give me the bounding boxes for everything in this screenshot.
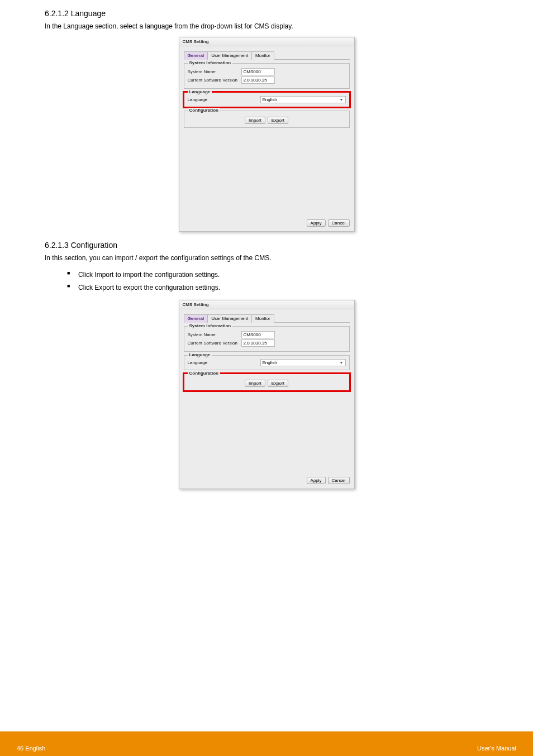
text-configuration: In this section, you can import / export… [45, 253, 488, 263]
window-title: CMS Setting [179, 300, 354, 309]
cms-window: CMS Setting General User Management Moni… [179, 300, 355, 489]
cancel-button[interactable]: Cancel [328, 477, 350, 484]
screenshot-configuration: CMS Setting General User Management Moni… [45, 300, 488, 489]
apply-button[interactable]: Apply [307, 477, 326, 484]
group-configuration: Configuration Import Export [184, 111, 350, 128]
bullet-export: Click Export to export the configuration… [67, 281, 488, 294]
heading-configuration: 6.2.1.3 Configuration [45, 241, 488, 250]
tabs: General User Management Monitor [184, 314, 350, 323]
select-language-value: English [263, 97, 277, 102]
tab-user-management[interactable]: User Management [207, 51, 252, 60]
page-footer: 46 English User's Manual [0, 731, 533, 756]
chevron-down-icon: ▼ [340, 98, 344, 102]
field-software-version: 2.0.1030.35 [241, 339, 275, 347]
group-system-information: System Information System Name CMS000 Cu… [184, 63, 350, 89]
field-system-name[interactable]: CMS000 [241, 68, 275, 75]
field-software-version: 2.0.1030.35 [241, 76, 275, 84]
tab-monitor[interactable]: Monitor [251, 51, 274, 60]
heading-language: 6.2.1.2 Language [45, 9, 488, 18]
window-title: CMS Setting [179, 37, 354, 46]
import-button[interactable]: Import [245, 380, 265, 387]
label-software-version: Current Software Version [188, 341, 241, 346]
tab-monitor[interactable]: Monitor [251, 314, 274, 323]
legend-system-information: System Information [188, 60, 233, 65]
screenshot-language: CMS Setting General User Management Moni… [45, 37, 488, 232]
tab-general[interactable]: General [184, 314, 208, 323]
import-button[interactable]: Import [245, 117, 265, 124]
tab-general[interactable]: General [184, 51, 208, 60]
group-system-information: System Information System Name CMS000 Cu… [184, 326, 350, 352]
dialog-footer: Apply Cancel [184, 475, 350, 484]
label-system-name: System Name [188, 69, 241, 74]
group-configuration-highlighted: Configuration Import Export [184, 374, 350, 391]
legend-language: Language [188, 89, 212, 94]
select-language-value: English [263, 360, 277, 365]
legend-system-information: System Information [188, 323, 233, 328]
export-button[interactable]: Export [268, 117, 288, 124]
legend-language: Language [188, 352, 212, 357]
cancel-button[interactable]: Cancel [328, 219, 350, 227]
tab-user-management[interactable]: User Management [207, 314, 252, 323]
group-language: Language Language English ▼ [184, 355, 350, 370]
label-system-name: System Name [188, 332, 241, 337]
chevron-down-icon: ▼ [340, 361, 344, 365]
select-language[interactable]: English ▼ [260, 359, 346, 366]
config-bullets: Click Import to import the configuration… [67, 269, 488, 294]
cms-window: CMS Setting General User Management Moni… [179, 37, 355, 232]
dialog-footer: Apply Cancel [184, 217, 350, 227]
export-button[interactable]: Export [268, 380, 288, 387]
label-language: Language [188, 97, 260, 102]
apply-button[interactable]: Apply [307, 219, 326, 227]
legend-configuration: Configuration [188, 108, 220, 113]
group-language-highlighted: Language Language English ▼ [184, 92, 350, 107]
legend-configuration: Configuration [188, 371, 220, 376]
select-language[interactable]: English ▼ [260, 96, 346, 103]
label-software-version: Current Software Version [188, 78, 241, 83]
tabs: General User Management Monitor [184, 51, 350, 60]
label-language: Language [188, 360, 260, 365]
field-system-name[interactable]: CMS000 [241, 331, 275, 338]
footer-left: 46 English [17, 745, 266, 752]
footer-right: User's Manual [266, 745, 516, 752]
bullet-import: Click Import to import the configuration… [67, 269, 488, 281]
text-language: In the Language section, select a langua… [45, 21, 488, 31]
